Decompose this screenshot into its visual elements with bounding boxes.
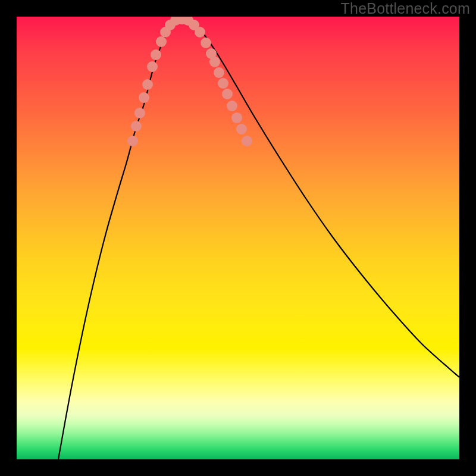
curve-marker [131, 121, 142, 131]
curve-marker [147, 61, 158, 72]
curve-marker [218, 78, 228, 89]
curve-marker [242, 136, 252, 146]
plot-area [17, 17, 459, 459]
curve-marker [134, 108, 145, 118]
bottleneck-curve-svg [17, 17, 459, 459]
curve-marker [231, 112, 242, 123]
bottleneck-curve [58, 19, 459, 459]
curve-marker [209, 57, 220, 67]
curve-marker [127, 136, 138, 146]
curve-marker [236, 124, 247, 134]
curve-marker [227, 101, 237, 111]
curve-marker [139, 92, 149, 103]
chart-frame: TheBottleneck.com [0, 0, 476, 476]
watermark-text: TheBottleneck.com [341, 0, 470, 17]
curve-marker [195, 27, 205, 37]
curve-marker [222, 89, 233, 99]
curve-marker [214, 67, 224, 78]
curve-marker [201, 37, 211, 48]
curve-marker [142, 79, 153, 90]
curve-marker [156, 36, 167, 47]
curve-marker [151, 49, 161, 60]
